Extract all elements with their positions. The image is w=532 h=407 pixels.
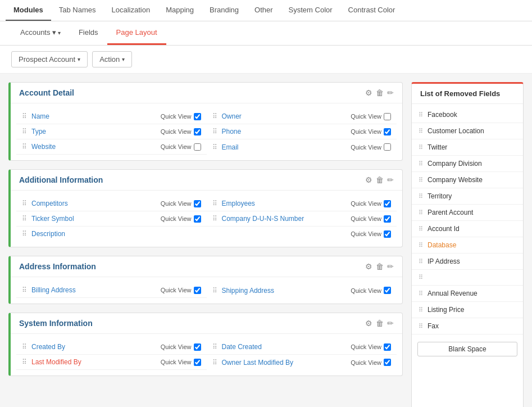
list-item[interactable]: ⠿Territory (412, 188, 523, 205)
fields-grid-account-detail: ⠿NameQuick View⠿OwnerQuick View⠿TypeQuic… (11, 103, 402, 160)
list-item[interactable]: ⠿IP Address (412, 254, 523, 270)
quick-view-label: Quick View (351, 287, 381, 294)
drag-handle-icon[interactable]: ⠿ (22, 200, 27, 207)
list-item[interactable]: ⠿Account Id (412, 221, 523, 237)
table-row: ⠿Last Modified ByQuick View (16, 355, 207, 370)
top-nav-tab-modules[interactable]: Modules (6, 0, 51, 21)
list-item[interactable]: ⠿Annual Revenue (412, 286, 523, 302)
drag-handle-icon: ⠿ (419, 306, 423, 314)
drag-handle-icon[interactable]: ⠿ (212, 359, 217, 367)
top-nav-tab-mapping[interactable]: Mapping (158, 0, 202, 21)
field-name: Company D-U-N-S Number (222, 215, 351, 223)
right-sidebar: List of Removed Fields⠿Facebook⠿Customer… (411, 82, 524, 407)
list-item[interactable]: ⠿Facebook (412, 107, 523, 123)
top-nav-tab-contrast-color[interactable]: Contrast Color (340, 0, 403, 21)
drag-handle-icon[interactable]: ⠿ (22, 128, 27, 135)
table-row: ⠿OwnerQuick View (207, 109, 397, 124)
quick-view-checkbox[interactable] (194, 359, 201, 366)
quick-view-checkbox[interactable] (384, 359, 391, 366)
quick-view-checkbox[interactable] (194, 113, 201, 120)
drag-handle-icon[interactable]: ⠿ (22, 143, 27, 151)
quick-view-checkbox[interactable] (384, 287, 391, 294)
table-row: ⠿Created ByQuick View (16, 340, 207, 355)
quick-view: Quick View (161, 287, 201, 294)
list-item[interactable]: ⠿Customer Location (412, 123, 523, 139)
quick-view-label: Quick View (351, 359, 381, 366)
blank-space-button[interactable]: Blank Space (417, 342, 517, 356)
action-dropdown[interactable]: Action ▾ (92, 51, 132, 67)
drag-handle-icon[interactable]: ⠿ (22, 112, 27, 120)
drag-handle-icon: ⠿ (419, 258, 423, 265)
removed-field-name: Listing Price (428, 306, 464, 314)
drag-handle-icon[interactable]: ⠿ (212, 343, 217, 351)
trash-icon[interactable]: 🗑 (376, 175, 384, 184)
fields-grid-additional-information: ⠿CompetitorsQuick View⠿EmployeesQuick Vi… (11, 191, 402, 247)
top-nav-tab-localization[interactable]: Localization (103, 0, 158, 21)
quick-view-checkbox[interactable] (384, 343, 391, 351)
quick-view-checkbox[interactable] (194, 215, 201, 223)
quick-view-checkbox[interactable] (384, 215, 391, 223)
quick-view-checkbox[interactable] (384, 128, 391, 135)
list-item[interactable]: ⠿Company Website (412, 172, 523, 188)
top-nav-tab-system-color[interactable]: System Color (281, 0, 340, 21)
edit-icon[interactable]: ✏ (387, 88, 394, 97)
sub-nav-tab-accounts[interactable]: Accounts ▾ (11, 21, 70, 45)
quick-view-checkbox[interactable] (384, 143, 391, 151)
gear-icon[interactable]: ⚙ (365, 175, 372, 184)
gear-icon[interactable]: ⚙ (365, 319, 372, 328)
field-name: Email (222, 143, 351, 151)
quick-view-checkbox[interactable] (194, 200, 201, 207)
quick-view-checkbox[interactable] (384, 200, 391, 207)
drag-handle-icon[interactable]: ⠿ (212, 215, 217, 223)
prospect-account-dropdown[interactable]: Prospect Account ▾ (11, 51, 88, 67)
field-name: Name (31, 112, 161, 120)
list-item[interactable]: ⠿Fax (412, 318, 523, 334)
list-item[interactable]: ⠿Database (412, 237, 523, 254)
list-item[interactable]: ⠿Twitter (412, 139, 523, 156)
list-item[interactable]: ⠿ (412, 270, 523, 286)
quick-view: Quick View (161, 143, 201, 151)
trash-icon[interactable]: 🗑 (376, 262, 384, 271)
list-item[interactable]: ⠿Parent Account (412, 205, 523, 221)
quick-view-checkbox[interactable] (194, 343, 201, 351)
quick-view: Quick View (161, 200, 201, 207)
quick-view-checkbox[interactable] (194, 128, 201, 135)
quick-view: Quick View (351, 200, 391, 207)
edit-icon[interactable]: ✏ (387, 319, 394, 328)
quick-view-checkbox[interactable] (384, 230, 391, 238)
quick-view-checkbox[interactable] (194, 143, 201, 151)
table-row: ⠿Company D-U-N-S NumberQuick View (207, 211, 397, 227)
removed-field-name: Territory (428, 192, 452, 200)
gear-icon[interactable]: ⚙ (365, 262, 372, 271)
drag-handle-icon[interactable]: ⠿ (22, 343, 27, 351)
table-row: ⠿WebsiteQuick View (16, 139, 207, 155)
trash-icon[interactable]: 🗑 (376, 319, 384, 328)
edit-icon[interactable]: ✏ (387, 175, 394, 184)
sub-nav-tab-fields[interactable]: Fields (70, 21, 107, 45)
drag-handle-icon[interactable]: ⠿ (212, 128, 217, 135)
drag-handle-icon[interactable]: ⠿ (212, 287, 217, 295)
drag-handle-icon[interactable]: ⠿ (212, 112, 217, 120)
top-nav-tab-other[interactable]: Other (247, 0, 281, 21)
drag-handle-icon[interactable]: ⠿ (212, 143, 217, 151)
gear-icon[interactable]: ⚙ (365, 88, 372, 97)
list-item[interactable]: ⠿Listing Price (412, 302, 523, 318)
drag-handle-icon[interactable]: ⠿ (22, 358, 27, 366)
sub-nav-tab-page-layout[interactable]: Page Layout (107, 21, 166, 45)
removed-field-name: Customer Location (428, 127, 484, 135)
drag-handle-icon[interactable]: ⠿ (22, 230, 27, 238)
top-nav-tab-tab-names[interactable]: Tab Names (51, 0, 104, 21)
table-row: ⠿Owner Last Modified ByQuick View (207, 355, 397, 370)
quick-view: Quick View (161, 343, 201, 351)
section-title-account-detail: Account Detail (19, 88, 74, 97)
trash-icon[interactable]: 🗑 (376, 88, 384, 97)
quick-view-checkbox[interactable] (194, 287, 201, 294)
quick-view-checkbox[interactable] (384, 113, 391, 120)
drag-handle-icon[interactable]: ⠿ (22, 215, 27, 223)
drag-handle-icon[interactable]: ⠿ (22, 286, 27, 294)
removed-fields-list: ⠿Facebook⠿Customer Location⠿Twitter⠿Comp… (412, 104, 523, 337)
drag-handle-icon[interactable]: ⠿ (212, 200, 217, 207)
list-item[interactable]: ⠿Company Division (412, 156, 523, 172)
edit-icon[interactable]: ✏ (387, 262, 394, 271)
top-nav-tab-branding[interactable]: Branding (202, 0, 247, 21)
